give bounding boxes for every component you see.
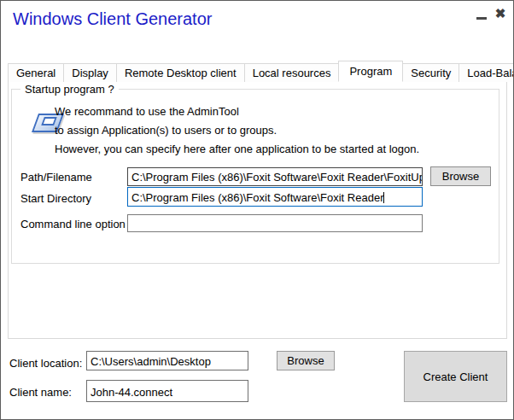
tab-bar: General Display Remote Desktop client Lo…	[8, 61, 514, 82]
path-filename-label: Path/Filename	[20, 171, 92, 184]
client-name-label: Client name:	[9, 386, 72, 399]
browse-path-button[interactable]: Browse	[430, 166, 491, 186]
tab-local-resources[interactable]: Local resources	[244, 63, 340, 82]
client-location-label: Client location:	[9, 357, 82, 370]
path-filename-input[interactable]: C:\Program Files (x86)\Foxit Software\Fo…	[127, 167, 423, 186]
minimize-icon	[476, 17, 487, 20]
windows-client-generator-dialog: Windows Client Generator ✖ General Displ…	[0, 0, 514, 420]
tab-display[interactable]: Display	[63, 63, 117, 82]
minimize-button[interactable]	[474, 8, 489, 23]
info-line-2: to assign Application(s) to users or to …	[55, 121, 419, 140]
window-title: Windows Client Generator	[13, 9, 212, 29]
groupbox-title: Startup program ?	[20, 83, 119, 96]
text-caret	[383, 192, 384, 203]
close-icon: ✖	[495, 6, 506, 21]
startup-program-groupbox: Startup program ? We recommand to use th…	[11, 89, 499, 264]
command-line-option-input[interactable]	[127, 214, 423, 232]
close-button[interactable]: ✖	[493, 6, 508, 21]
info-line-3: However, you can specify here after one …	[55, 140, 419, 159]
tab-program[interactable]: Program	[338, 61, 403, 82]
create-client-button[interactable]: Create Client	[404, 351, 507, 402]
tab-general[interactable]: General	[8, 63, 64, 82]
client-name-input[interactable]: John-44.connect	[86, 380, 248, 402]
tab-remote-desktop-client[interactable]: Remote Desktop client	[116, 63, 245, 82]
client-location-input[interactable]: C:\Users\admin\Desktop	[86, 351, 248, 370]
browse-location-button[interactable]: Browse	[277, 351, 335, 370]
startup-info-text: We recommand to use the AdminTool to ass…	[55, 102, 419, 159]
tab-security[interactable]: Security	[402, 63, 459, 82]
start-directory-label: Start Directory	[20, 192, 91, 205]
tab-load-balancing[interactable]: Load-Balancing	[459, 63, 514, 82]
info-line-1: We recommand to use the AdminTool	[55, 102, 419, 121]
command-line-option-label: Command line option	[20, 218, 126, 230]
start-directory-input[interactable]: C:\Program Files (x86)\Foxit Software\Fo…	[127, 187, 423, 207]
